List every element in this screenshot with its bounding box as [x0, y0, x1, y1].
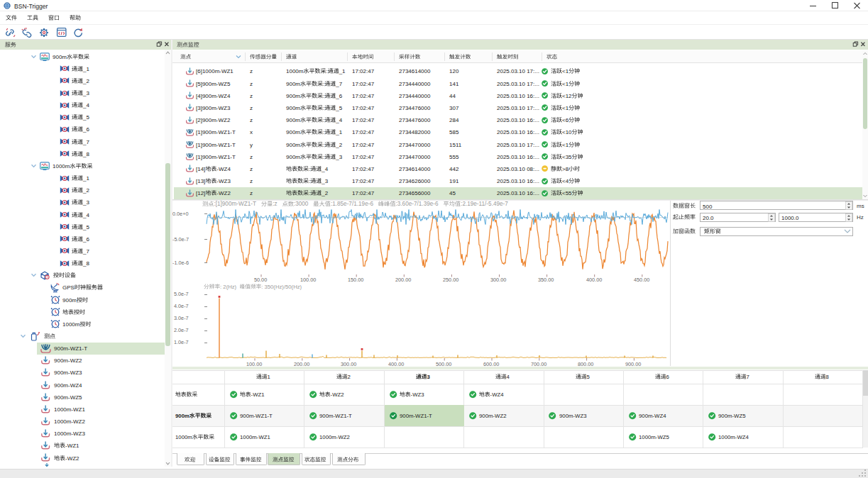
- svg-text::: :: [323, 129, 324, 135]
- svg-text:z: z: [250, 105, 253, 111]
- svg-text:900m-WZ1-T: 900m-WZ1-T: [240, 413, 273, 419]
- svg-text:2025.03.10 17:...: 2025.03.10 17:...: [497, 141, 539, 148]
- svg-text:y: y: [250, 141, 253, 148]
- svg-text::: :: [309, 190, 310, 196]
- svg-text:_1: _1: [339, 68, 346, 74]
- svg-text:3: 3: [427, 374, 431, 380]
- svg-text:<35: <35: [562, 154, 572, 160]
- svg-text:2025.03.10 17:...: 2025.03.10 17:...: [497, 105, 539, 111]
- svg-text:_4: _4: [321, 166, 328, 172]
- svg-text:2734440000: 2734440000: [399, 80, 431, 87]
- svg-text:-WZ4: -WZ4: [490, 391, 505, 398]
- svg-text::: :: [323, 105, 324, 111]
- svg-text:2025.03.10 16:...: 2025.03.10 16:...: [497, 93, 539, 99]
- svg-text:<55: <55: [562, 190, 572, 196]
- svg-text:900m: 900m: [286, 141, 300, 148]
- svg-text:1000m-WZ2: 1000m-WZ2: [54, 418, 85, 425]
- svg-text:2025.03.10 16:...: 2025.03.10 16:...: [497, 190, 539, 196]
- svg-text:2734440000: 2734440000: [399, 93, 431, 99]
- svg-text:2734470000: 2734470000: [399, 154, 431, 160]
- svg-text:_3: _3: [335, 154, 342, 160]
- svg-text:900m: 900m: [62, 296, 77, 303]
- svg-text:900m-WZ2: 900m-WZ2: [54, 357, 82, 364]
- svg-text:_8: _8: [82, 260, 89, 267]
- svg-text:307: 307: [449, 105, 459, 111]
- svg-text:900m-WZ2: 900m-WZ2: [479, 413, 506, 419]
- svg-text:_6: _6: [82, 126, 89, 133]
- svg-text:2734626000: 2734626000: [399, 178, 431, 184]
- svg-text:ms: ms: [857, 203, 864, 209]
- svg-text:17:02:47: 17:02:47: [352, 129, 375, 135]
- svg-text:1000m-WZ4: 1000m-WZ4: [718, 434, 749, 440]
- svg-text:900m: 900m: [286, 129, 300, 135]
- svg-text:[5]900m-WZ5: [5]900m-WZ5: [196, 80, 231, 87]
- svg-text:900m-WZ3: 900m-WZ3: [54, 369, 82, 376]
- svg-text:z: z: [250, 80, 253, 87]
- svg-text:z: z: [250, 68, 253, 74]
- svg-text:_8: _8: [82, 151, 89, 157]
- svg-text:2025.03.10 16:...: 2025.03.10 16:...: [497, 178, 539, 184]
- svg-text:900m: 900m: [175, 413, 189, 419]
- svg-text:[1]900m-WZ1-T: [1]900m-WZ1-T: [196, 154, 236, 160]
- svg-text:585: 585: [449, 129, 459, 135]
- svg-text:6: 6: [666, 374, 669, 380]
- svg-text:[13]: [13]: [196, 178, 205, 184]
- svg-text:z: z: [250, 117, 253, 123]
- svg-text:-WZ4: -WZ4: [216, 166, 231, 172]
- svg-text:z: z: [250, 178, 253, 184]
- svg-text:-WZ1: -WZ1: [251, 391, 265, 398]
- svg-text:<10: <10: [562, 129, 572, 135]
- svg-text:-WZ2: -WZ2: [65, 455, 79, 461]
- svg-text:7: 7: [746, 374, 749, 380]
- svg-text:8: 8: [826, 374, 829, 380]
- svg-text:<1: <1: [562, 68, 569, 74]
- svg-text:_2: _2: [321, 190, 328, 196]
- svg-text:17:02:47: 17:02:47: [352, 141, 375, 148]
- svg-text:17:02:47: 17:02:47: [352, 190, 375, 196]
- svg-text:_6: _6: [335, 93, 342, 99]
- svg-text::: :: [323, 154, 324, 160]
- svg-text:2734476000: 2734476000: [399, 117, 431, 123]
- svg-text:[4]900m-WZ4: [4]900m-WZ4: [196, 93, 231, 99]
- svg-text:-WZ3: -WZ3: [410, 391, 424, 398]
- svg-text:2025.03.10 16:...: 2025.03.10 16:...: [497, 129, 539, 135]
- svg-text:2734470000: 2734470000: [399, 141, 431, 148]
- svg-text:20.0: 20.0: [703, 215, 714, 221]
- svg-text:120: 120: [449, 68, 459, 74]
- svg-text::: :: [323, 93, 324, 99]
- svg-text:_1: _1: [82, 175, 89, 182]
- svg-text::: :: [323, 141, 324, 148]
- svg-text:GPS: GPS: [62, 284, 75, 291]
- svg-text:2025.03.10 08:...: 2025.03.10 08:...: [497, 166, 539, 172]
- svg-text:5: 5: [586, 374, 589, 380]
- svg-text:2734656000: 2734656000: [399, 190, 431, 196]
- svg-text:<4: <4: [562, 178, 569, 184]
- svg-text:_4: _4: [82, 102, 89, 109]
- svg-text::: :: [323, 80, 324, 87]
- svg-text:-WZ2: -WZ2: [331, 391, 344, 398]
- svg-text:_2: _2: [82, 78, 89, 84]
- svg-text:[3]900m-WZ3: [3]900m-WZ3: [196, 105, 231, 111]
- svg-text:2025.03.10 16:...: 2025.03.10 16:...: [497, 117, 539, 123]
- svg-text:17:02:47: 17:02:47: [352, 178, 375, 184]
- svg-text:_5: _5: [82, 223, 89, 230]
- svg-text:[1]900m-WZ1-T: [1]900m-WZ1-T: [196, 141, 236, 148]
- svg-text:_5: _5: [335, 105, 342, 111]
- svg-text:555: 555: [449, 154, 459, 160]
- svg-text:_5: _5: [82, 114, 89, 121]
- svg-text:1511: 1511: [449, 141, 462, 148]
- svg-text:2734614000: 2734614000: [399, 68, 431, 74]
- svg-text:1000m: 1000m: [53, 163, 70, 169]
- svg-text:1000m-WZ5: 1000m-WZ5: [639, 434, 669, 440]
- svg-text:2025.03.10 16:...: 2025.03.10 16:...: [497, 154, 539, 160]
- svg-text:1000m-WZ3: 1000m-WZ3: [54, 430, 85, 437]
- svg-text::: :: [309, 166, 310, 172]
- svg-text:<1: <1: [562, 105, 569, 111]
- svg-text:_2: _2: [82, 187, 89, 194]
- svg-text:1000m-WZ1: 1000m-WZ1: [240, 434, 270, 440]
- svg-text:<1: <1: [562, 141, 569, 148]
- svg-text::: :: [323, 117, 324, 123]
- svg-text:z: z: [250, 166, 253, 172]
- svg-text:284: 284: [449, 117, 459, 123]
- svg-text:Hz: Hz: [857, 214, 864, 221]
